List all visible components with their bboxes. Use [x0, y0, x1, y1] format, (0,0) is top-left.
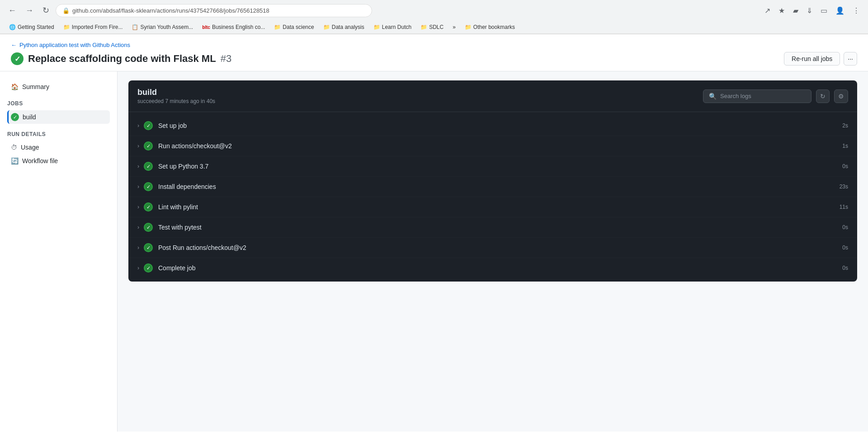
step-success-icon-3: ✓ — [144, 182, 153, 191]
download-button[interactable]: ⇓ — [804, 5, 815, 17]
step-success-icon-5: ✓ — [144, 223, 153, 232]
build-step-6[interactable]: › ✓ Post Run actions/checkout@v2 0s — [128, 238, 857, 258]
bookmark-syrian-youth[interactable]: 📋 Syrian Youth Assem... — [128, 23, 197, 32]
sidebar-item-usage[interactable]: ⏱ Usage — [7, 141, 110, 154]
step-name-6: Post Run actions/checkout@v2 — [158, 244, 842, 251]
page-title-row: ✓ Replace scaffolding code with Flask ML… — [11, 52, 857, 66]
bookmark-folder-icon-5: 📁 — [420, 24, 427, 30]
success-status-icon: ✓ — [11, 52, 24, 65]
sidebar-item-summary[interactable]: 🏠 Summary — [7, 80, 110, 93]
title-text: Replace scaffolding code with Flask ML — [28, 53, 216, 65]
step-name-0: Set up job — [158, 122, 842, 129]
build-subtitle: succeeded 7 minutes ago in 40s — [137, 98, 215, 104]
build-step-7[interactable]: › ✓ Complete job 0s — [128, 258, 857, 278]
bookmark-button[interactable]: ★ — [776, 5, 788, 17]
forward-button[interactable]: → — [23, 4, 36, 17]
build-step-4[interactable]: › ✓ Lint with pylint 11s — [128, 197, 857, 217]
step-success-icon-7: ✓ — [144, 263, 153, 273]
breadcrumb-text: Python application test with Github Acti… — [19, 42, 130, 48]
build-success-icon: ✓ — [11, 113, 19, 121]
sidebar-item-workflow[interactable]: 🔄 Workflow file — [7, 155, 110, 167]
page-header: ← Python application test with Github Ac… — [0, 34, 868, 71]
bookmark-getting-started[interactable]: 🌐 Getting Started — [5, 23, 58, 32]
bookmark-other-icon: 📁 — [465, 24, 472, 30]
main-panel: build succeeded 7 minutes ago in 40s 🔍 ↻… — [118, 71, 868, 432]
bookmark-business-label: Business English co... — [212, 24, 265, 30]
bookmark-sdlc[interactable]: 📁 SDLC — [417, 23, 447, 32]
bookmark-dataanalysis-label: Data analysis — [332, 24, 364, 30]
sidebar-build-label: build — [23, 113, 36, 121]
profile-button[interactable]: 👤 — [833, 5, 847, 17]
search-icon: 🔍 — [709, 93, 717, 100]
build-step-1[interactable]: › ✓ Run actions/checkout@v2 1s — [128, 136, 857, 156]
step-success-icon-4: ✓ — [144, 202, 153, 211]
header-actions: Re-run all jobs ··· — [784, 52, 857, 66]
bookmark-imported-label: Imported From Fire... — [72, 24, 123, 30]
home-icon: 🏠 — [11, 83, 19, 90]
menu-button[interactable]: ⋮ — [850, 5, 863, 17]
sidebar-item-build[interactable]: ✓ build — [7, 110, 110, 124]
search-logs-container[interactable]: 🔍 — [703, 89, 811, 103]
build-step-5[interactable]: › ✓ Test with pytest 0s — [128, 217, 857, 238]
sidebar-summary-label: Summary — [22, 83, 49, 90]
more-options-button[interactable]: ··· — [844, 52, 857, 66]
lock-icon: 🔒 — [62, 7, 70, 14]
step-duration-3: 23s — [840, 183, 848, 190]
sidebar-run-details-section: Run details — [7, 131, 110, 137]
bookmark-imported[interactable]: 📁 Imported From Fire... — [60, 23, 127, 32]
step-chevron-icon-2: › — [137, 163, 139, 169]
step-name-7: Complete job — [158, 264, 842, 272]
title-number: #3 — [221, 53, 231, 65]
bookmark-data-science[interactable]: 📁 Data science — [270, 23, 317, 32]
bookmarks-bar: 🌐 Getting Started 📁 Imported From Fire..… — [0, 21, 868, 34]
bookmark-folder-icon-1: 📁 — [63, 24, 70, 30]
build-steps: › ✓ Set up job 2s › ✓ Run actions/checko… — [128, 112, 857, 282]
bookmark-learn-dutch[interactable]: 📁 Learn Dutch — [370, 23, 415, 32]
bookmark-more[interactable]: » — [449, 23, 459, 32]
bookmark-other[interactable]: 📁 Other bookmarks — [461, 23, 519, 32]
bookmark-red-icon: bltc — [202, 25, 210, 30]
bookmark-datascience-label: Data science — [283, 24, 314, 30]
build-panel: build succeeded 7 minutes ago in 40s 🔍 ↻… — [128, 80, 857, 282]
bookmark-data-analysis[interactable]: 📁 Data analysis — [320, 23, 368, 32]
browser-chrome: ← → ↻ 🔒 github.com/abdsaf/flask-sklearn/… — [0, 0, 868, 34]
step-name-1: Run actions/checkout@v2 — [158, 142, 842, 150]
extensions-button[interactable]: ▰ — [790, 5, 801, 17]
breadcrumb[interactable]: ← Python application test with Github Ac… — [11, 42, 857, 48]
search-logs-input[interactable] — [720, 93, 806, 99]
step-duration-5: 0s — [842, 224, 848, 230]
rerun-jobs-button[interactable]: Re-run all jobs — [784, 52, 840, 66]
build-controls: 🔍 ↻ ⚙ — [703, 89, 848, 103]
url-text: github.com/abdsaf/flask-sklearn/actions/… — [72, 7, 269, 14]
build-step-2[interactable]: › ✓ Set up Python 3.7 0s — [128, 156, 857, 177]
step-success-icon-1: ✓ — [144, 141, 153, 150]
step-name-4: Lint with pylint — [158, 203, 840, 211]
refresh-button[interactable]: ↻ — [40, 4, 52, 17]
step-duration-0: 2s — [842, 122, 848, 129]
address-bar[interactable]: 🔒 github.com/abdsaf/flask-sklearn/action… — [56, 4, 372, 17]
bookmark-folder-icon-2: 📁 — [274, 24, 281, 30]
sidebar-jobs-section: Jobs — [7, 100, 110, 107]
step-duration-7: 0s — [842, 265, 848, 271]
build-title-section: build succeeded 7 minutes ago in 40s — [137, 88, 215, 104]
share-button[interactable]: ↗ — [762, 5, 773, 17]
step-chevron-icon-4: › — [137, 204, 139, 210]
build-title: build — [137, 88, 215, 97]
build-step-3[interactable]: › ✓ Install dependencies 23s — [128, 177, 857, 197]
back-button[interactable]: ← — [5, 4, 19, 17]
breadcrumb-arrow-icon: ← — [11, 42, 17, 48]
tablet-button[interactable]: ▭ — [818, 5, 830, 17]
step-chevron-icon-6: › — [137, 244, 139, 251]
bookmark-folder-icon-4: 📁 — [373, 24, 380, 30]
bookmark-globe-icon: 🌐 — [9, 24, 16, 30]
bookmark-folder-icon-3: 📁 — [323, 24, 330, 30]
sidebar: 🏠 Summary Jobs ✓ build Run details ⏱ Usa… — [0, 71, 118, 432]
build-step-0[interactable]: › ✓ Set up job 2s — [128, 116, 857, 136]
bookmark-business-english[interactable]: bltc Business English co... — [198, 23, 269, 32]
step-name-3: Install dependencies — [158, 183, 840, 190]
refresh-logs-button[interactable]: ↻ — [816, 89, 830, 103]
step-chevron-icon-0: › — [137, 122, 139, 129]
bookmark-sdlc-label: SDLC — [429, 24, 443, 30]
step-chevron-icon-1: › — [137, 143, 139, 149]
settings-button[interactable]: ⚙ — [834, 89, 848, 103]
